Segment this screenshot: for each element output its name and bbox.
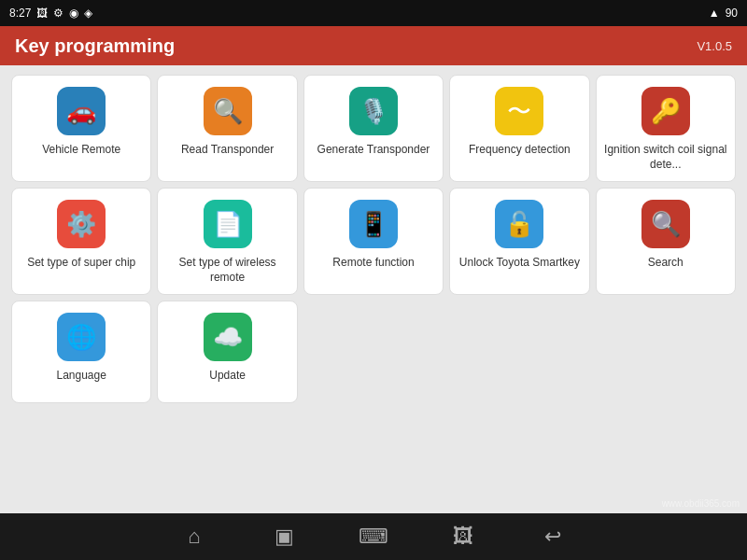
- page-title: Key programming: [15, 35, 175, 57]
- update-icon: ☁️: [204, 313, 252, 361]
- language-icon: 🌐: [57, 313, 106, 361]
- read-transponder-label: Read Transponder: [181, 143, 274, 158]
- set-super-chip-label: Set type of super chip: [27, 256, 135, 271]
- grid-item-remote-function[interactable]: 📱Remote function: [303, 188, 444, 295]
- grid-item-update[interactable]: ☁️Update: [157, 301, 297, 403]
- main-content: 🚗Vehicle Remote🔍Read Transponder🎙️Genera…: [0, 65, 747, 513]
- battery-text: 90: [726, 7, 738, 20]
- status-bar: 8:27 🖼 ⚙ ◉ ◈ ▲ 90: [0, 0, 747, 26]
- remote-function-label: Remote function: [332, 256, 414, 271]
- screenshot-icon: 🖼: [36, 7, 48, 20]
- search-label: Search: [648, 256, 684, 271]
- generate-transponder-icon: 🎙️: [349, 87, 398, 135]
- grid-item-language[interactable]: 🌐Language: [11, 301, 151, 403]
- screenshot-button[interactable]: 🖼: [446, 520, 480, 553]
- keyboard-button[interactable]: ⌨: [357, 520, 390, 553]
- status-right: ▲ 90: [709, 7, 738, 20]
- language-label: Language: [57, 369, 106, 384]
- set-wireless-remote-label: Set type of wireless remote: [165, 256, 289, 285]
- grid-item-ignition-switch[interactable]: 🔑Ignition switch coil signal dete...: [596, 75, 736, 182]
- vehicle-remote-label: Vehicle Remote: [42, 143, 120, 158]
- version-label: V1.0.5: [697, 39, 732, 53]
- set-super-chip-icon: ⚙️: [57, 200, 106, 248]
- set-wireless-remote-icon: 📄: [204, 200, 252, 248]
- remote-function-icon: 📱: [349, 200, 398, 248]
- frequency-detection-label: Frequency detection: [469, 143, 571, 158]
- grid-item-set-wireless-remote[interactable]: 📄Set type of wireless remote: [157, 188, 297, 295]
- frequency-detection-icon: 〜: [495, 87, 543, 135]
- recent-button[interactable]: ▣: [267, 520, 301, 553]
- header-bar: Key programming V1.0.5: [0, 26, 747, 65]
- grid-item-search[interactable]: 🔍Search: [596, 188, 736, 295]
- status-left: 8:27 🖼 ⚙ ◉ ◈: [9, 7, 92, 20]
- grid-item-frequency-detection[interactable]: 〜Frequency detection: [449, 75, 589, 182]
- grid-item-vehicle-remote[interactable]: 🚗Vehicle Remote: [11, 75, 151, 182]
- update-label: Update: [209, 369, 246, 384]
- vehicle-remote-icon: 🚗: [57, 87, 106, 135]
- settings-icon: ⚙: [53, 7, 63, 20]
- grid-container: 🚗Vehicle Remote🔍Read Transponder🎙️Genera…: [11, 75, 736, 403]
- grid-item-unlock-toyota[interactable]: 🔓Unlock Toyota Smartkey: [449, 188, 589, 295]
- status-time: 8:27: [9, 7, 31, 20]
- watermark: www.obdii365.com: [662, 498, 740, 509]
- home-button[interactable]: ⌂: [177, 520, 211, 553]
- grid-item-set-super-chip[interactable]: ⚙️Set type of super chip: [11, 188, 151, 295]
- ignition-switch-label: Ignition switch coil signal dete...: [604, 143, 727, 172]
- grid-item-generate-transponder[interactable]: 🎙️Generate Transponder: [303, 75, 444, 182]
- back-button[interactable]: ↩: [536, 520, 570, 553]
- ignition-switch-icon: 🔑: [641, 87, 690, 135]
- bottom-nav: ⌂ ▣ ⌨ 🖼 ↩: [0, 513, 747, 560]
- wifi-icon: ▲: [709, 7, 720, 20]
- unlock-toyota-label: Unlock Toyota Smartkey: [459, 256, 580, 271]
- extra-icon: ◈: [84, 7, 92, 20]
- grid-item-read-transponder[interactable]: 🔍Read Transponder: [157, 75, 297, 182]
- search-icon: 🔍: [641, 200, 690, 248]
- alarm-icon: ◉: [69, 7, 78, 20]
- generate-transponder-label: Generate Transponder: [317, 143, 430, 158]
- unlock-toyota-icon: 🔓: [495, 200, 543, 248]
- read-transponder-icon: 🔍: [204, 87, 252, 135]
